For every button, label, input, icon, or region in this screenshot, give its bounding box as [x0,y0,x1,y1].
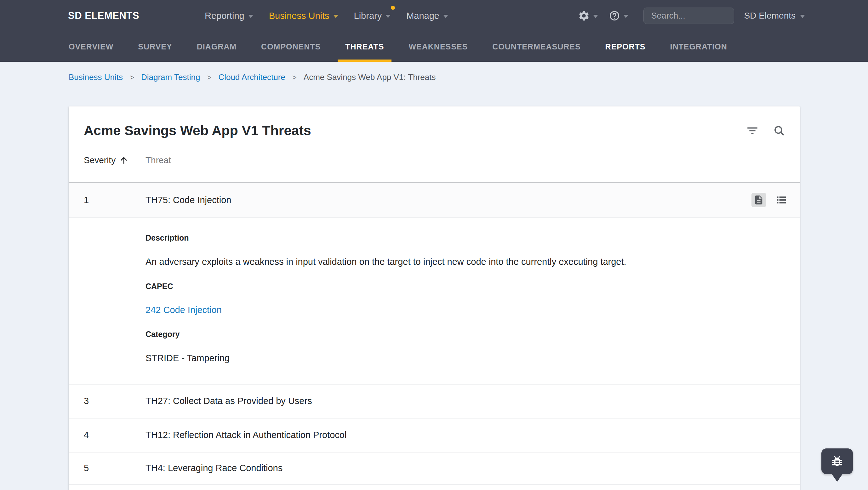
threat-details-button[interactable] [751,193,766,207]
list-icon [775,194,787,206]
nav-menu-business-units[interactable]: Business Units [269,11,338,21]
threat-row-th12[interactable]: 4 TH12: Reflection Attack in Authenticat… [69,419,800,453]
threat-title: TH75: Code Injection [146,195,231,205]
tab-threats-label: THREATS [345,42,384,51]
category-label: Category [146,330,785,339]
chevron-down-icon [443,15,448,18]
nav-menu-business-units-label: Business Units [269,11,330,21]
tab-components-label: COMPONENTS [261,42,321,51]
breadcrumb-business-units[interactable]: Business Units [69,72,123,82]
tab-integration[interactable]: INTEGRATION [662,31,735,62]
chevron-down-icon [593,15,598,18]
filter-icon [746,124,759,137]
chevron-down-icon [800,15,805,18]
tab-reports[interactable]: REPORTS [598,31,653,62]
tab-diagram[interactable]: DIAGRAM [189,31,244,62]
nav-menu-library-label: Library [354,11,382,21]
column-header-threat[interactable]: Threat [146,155,171,165]
severity-value: 1 [84,195,146,205]
search-icon [773,124,785,137]
threat-table-header: Severity Threat [69,138,800,183]
breadcrumb-diagram-testing[interactable]: Diagram Testing [141,72,200,82]
tab-countermeasures-label: COUNTERMEASURES [492,42,581,51]
account-menu[interactable]: SD Elements [744,11,805,21]
nav-menu-reporting[interactable]: Reporting [205,11,253,21]
gear-icon [578,10,590,22]
capec-link[interactable]: 242 Code Injection [146,305,222,315]
bug-icon [830,454,844,468]
top-navigation-bar: SD ELEMENTS Reporting Business Units Lib… [0,0,868,62]
breadcrumb-cloud-architecture[interactable]: Cloud Architecture [218,72,285,82]
notification-dot [391,6,395,10]
breadcrumb-separator: > [292,73,297,82]
severity-header-label: Severity [84,155,116,165]
tab-countermeasures[interactable]: COUNTERMEASURES [485,31,588,62]
tab-weaknesses-label: WEAKNESSES [408,42,468,51]
threat-row-th75[interactable]: 1 TH75: Code Injection [69,183,800,218]
account-label: SD Elements [744,11,796,21]
capec-label: CAPEC [146,282,785,291]
chevron-down-icon [248,15,253,18]
breadcrumb-current-page: Acme Savings Web App V1: Threats [304,72,436,82]
nav-menu-manage-label: Manage [406,11,439,21]
project-tabs: OVERVIEW SURVEY DIAGRAM COMPONENTS THREA… [0,31,868,62]
tab-diagram-label: DIAGRAM [197,42,237,51]
threat-title: TH27: Collect Data as Provided by Users [146,396,312,406]
nav-menu-manage[interactable]: Manage [406,11,448,21]
chevron-down-icon [385,15,391,18]
description-text: An adversary exploits a weakness in inpu… [146,256,785,267]
breadcrumb: Business Units > Diagram Testing > Cloud… [0,62,868,82]
settings-menu[interactable] [578,10,598,22]
tab-survey-label: SURVEY [138,42,172,51]
search-button[interactable] [773,124,785,137]
tab-threats[interactable]: THREATS [338,31,392,62]
help-menu[interactable] [609,10,628,22]
threat-row-th27[interactable]: 3 TH27: Collect Data as Provided by User… [69,385,800,419]
threat-title: TH12: Reflection Attack in Authenticatio… [146,430,346,440]
severity-value: 4 [84,430,146,440]
help-icon [609,10,620,22]
tab-survey[interactable]: SURVEY [130,31,180,62]
chevron-down-icon [333,15,338,18]
tab-integration-label: INTEGRATION [670,42,727,51]
breadcrumb-separator: > [207,73,211,82]
description-label: Description [146,233,785,243]
tab-weaknesses[interactable]: WEAKNESSES [401,31,475,62]
document-icon [753,194,764,205]
primary-menus: Reporting Business Units Library Manage [205,11,448,21]
tab-reports-label: REPORTS [605,42,646,51]
category-value: STRIDE - Tampering [146,353,785,364]
threats-panel: Acme Savings Web App V1 Threats Severity… [69,106,800,490]
primary-nav-row: SD ELEMENTS Reporting Business Units Lib… [0,0,868,31]
chevron-down-icon [623,15,628,18]
threat-expanded-detail: Description An adversary exploits a weak… [69,218,800,385]
filter-button[interactable] [746,124,759,137]
severity-value: 5 [84,463,146,473]
threats-panel-header: Acme Savings Web App V1 Threats [69,106,800,138]
nav-menu-library[interactable]: Library [354,11,391,21]
sd-elements-logo[interactable]: SD ELEMENTS [68,10,139,22]
global-search-input[interactable] [644,7,734,24]
panel-actions [746,124,785,137]
page-title: Acme Savings Web App V1 Threats [84,123,746,138]
row-actions [751,193,787,207]
countermeasures-list-button[interactable] [775,194,787,206]
report-bug-button[interactable] [822,449,853,474]
severity-value: 3 [84,396,146,406]
tab-components[interactable]: COMPONENTS [253,31,328,62]
sort-ascending-icon [119,155,129,165]
breadcrumb-separator: > [130,73,134,82]
threat-row-th4[interactable]: 5 TH4: Leveraging Race Conditions [69,453,800,485]
threat-title: TH4: Leveraging Race Conditions [146,463,282,473]
tab-overview-label: OVERVIEW [69,42,113,51]
tab-overview[interactable]: OVERVIEW [61,31,121,62]
topbar-right-cluster: SD Elements [578,7,805,24]
nav-menu-reporting-label: Reporting [205,11,244,21]
column-header-severity[interactable]: Severity [84,155,146,165]
